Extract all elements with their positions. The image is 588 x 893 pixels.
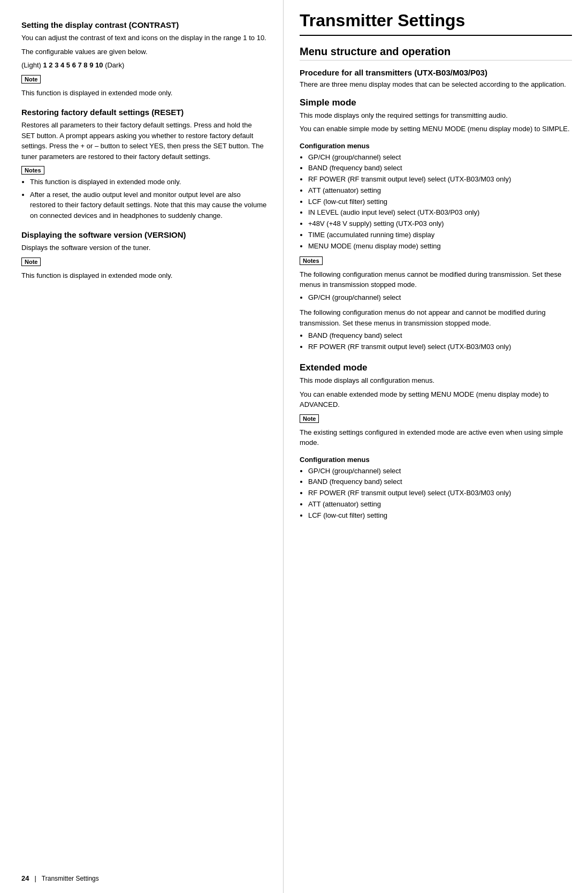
contrast-heading: Setting the display contrast (CONTRAST) bbox=[21, 20, 267, 29]
list-item: RF POWER (RF transmit output level) sele… bbox=[308, 488, 572, 499]
reset-body1: Restores all parameters to their factory… bbox=[21, 120, 267, 162]
extended-config-heading: Configuration menus bbox=[300, 456, 572, 464]
contrast-note: Note This function is displayed in exten… bbox=[21, 75, 267, 99]
simple-mode-body1: This mode displays only the required set… bbox=[300, 110, 572, 121]
extended-note-label: Note bbox=[300, 414, 319, 423]
config-menus-heading: Configuration menus bbox=[300, 142, 572, 150]
extended-mode-heading: Extended mode bbox=[300, 362, 572, 373]
contrast-light-label: (Light) bbox=[21, 61, 43, 69]
footer-divider: | bbox=[34, 874, 36, 882]
extended-mode-body1: This mode displays all configuration men… bbox=[300, 375, 572, 386]
list-item: TIME (accumulated running time) display bbox=[308, 230, 572, 241]
contrast-values: (Light) 1 2 3 4 5 6 7 8 9 10 (Dark) bbox=[21, 60, 267, 71]
version-section: Displaying the software version (VERSION… bbox=[21, 230, 267, 281]
contrast-section: Setting the display contrast (CONTRAST) … bbox=[21, 20, 267, 98]
procedure-heading: Procedure for all transmitters (UTX-B03/… bbox=[300, 68, 572, 77]
list-item: LCF (low-cut filter) setting bbox=[308, 196, 572, 208]
page-title: Transmitter Settings bbox=[300, 11, 572, 36]
contrast-note-text: This function is displayed in extended m… bbox=[21, 88, 267, 99]
list-item: GP/CH (group/channel) select bbox=[308, 292, 572, 304]
list-item: BAND (frequency band) select bbox=[308, 163, 572, 174]
simple-mode-body2: You can enable simple mode by setting ME… bbox=[300, 124, 572, 134]
contrast-range: 1 2 3 4 5 6 7 8 9 10 bbox=[43, 61, 103, 69]
extended-note-text: The existing settings configured in exte… bbox=[300, 427, 572, 448]
simple-notes-label: Notes bbox=[300, 256, 323, 265]
reset-notes-label: Notes bbox=[21, 166, 44, 175]
simple-notes-list1: GP/CH (group/channel) select bbox=[308, 292, 572, 304]
list-item: ATT (attenuator) setting bbox=[308, 185, 572, 196]
list-item: BAND (frequency band) select bbox=[308, 476, 572, 488]
simple-notes-body2: The following configuration menus do not… bbox=[300, 307, 572, 328]
contrast-body2: The configurable values are given below. bbox=[21, 47, 267, 57]
simple-notes-list2: BAND (frequency band) select RF POWER (R… bbox=[308, 330, 572, 353]
left-column: Setting the display contrast (CONTRAST) … bbox=[0, 0, 284, 893]
list-item: +48V (+48 V supply) setting (UTX-P03 onl… bbox=[308, 218, 572, 230]
contrast-dark-label: (Dark) bbox=[103, 61, 125, 69]
right-column: Transmitter Settings Menu structure and … bbox=[284, 0, 588, 893]
extended-mode-body2: You can enable extended mode by setting … bbox=[300, 389, 572, 410]
version-note-label: Note bbox=[21, 258, 41, 266]
version-heading: Displaying the software version (VERSION… bbox=[21, 230, 267, 239]
list-item: IN LEVEL (audio input level) select (UTX… bbox=[308, 207, 572, 218]
list-item: After a reset, the audio output level an… bbox=[30, 190, 267, 221]
simple-config-list: GP/CH (group/channel) select BAND (frequ… bbox=[308, 152, 572, 252]
list-item: LCF (low-cut filter) setting bbox=[308, 510, 572, 521]
procedure-body: There are three menu display modes that … bbox=[300, 79, 572, 90]
list-item: This function is displayed in extended m… bbox=[30, 177, 267, 187]
version-note-text: This function is displayed in extended m… bbox=[21, 270, 267, 281]
list-item: ATT (attenuator) setting bbox=[308, 499, 572, 510]
contrast-body1: You can adjust the contrast of text and … bbox=[21, 33, 267, 43]
extended-config-list: GP/CH (group/channel) select BAND (frequ… bbox=[308, 466, 572, 521]
list-item: GP/CH (group/channel) select bbox=[308, 152, 572, 163]
reset-notes-list: This function is displayed in extended m… bbox=[30, 177, 267, 221]
reset-heading: Restoring factory default settings (RESE… bbox=[21, 108, 267, 117]
version-note: Note This function is displayed in exten… bbox=[21, 258, 267, 281]
simple-notes-body1: The following configuration menus cannot… bbox=[300, 269, 572, 290]
list-item: MENU MODE (menu display mode) setting bbox=[308, 241, 572, 252]
footer-label: Transmitter Settings bbox=[42, 875, 99, 882]
list-item: BAND (frequency band) select bbox=[308, 330, 572, 342]
reset-section: Restoring factory default settings (RESE… bbox=[21, 108, 267, 221]
reset-notes: Notes This function is displayed in exte… bbox=[21, 166, 267, 221]
page-footer: 24 | Transmitter Settings bbox=[21, 874, 99, 882]
list-item: GP/CH (group/channel) select bbox=[308, 466, 572, 477]
page-number: 24 bbox=[21, 874, 29, 882]
list-item: RF POWER (RF transmit output level) sele… bbox=[308, 342, 572, 353]
simple-notes-section: Notes The following configuration menus … bbox=[300, 256, 572, 353]
extended-note-section: Note The existing settings configured in… bbox=[300, 414, 572, 448]
simple-mode-heading: Simple mode bbox=[300, 97, 572, 108]
list-item: RF POWER (RF transmit output level) sele… bbox=[308, 174, 572, 185]
menu-section-title: Menu structure and operation bbox=[300, 46, 572, 60]
version-body: Displays the software version of the tun… bbox=[21, 243, 267, 253]
contrast-note-label: Note bbox=[21, 75, 41, 84]
